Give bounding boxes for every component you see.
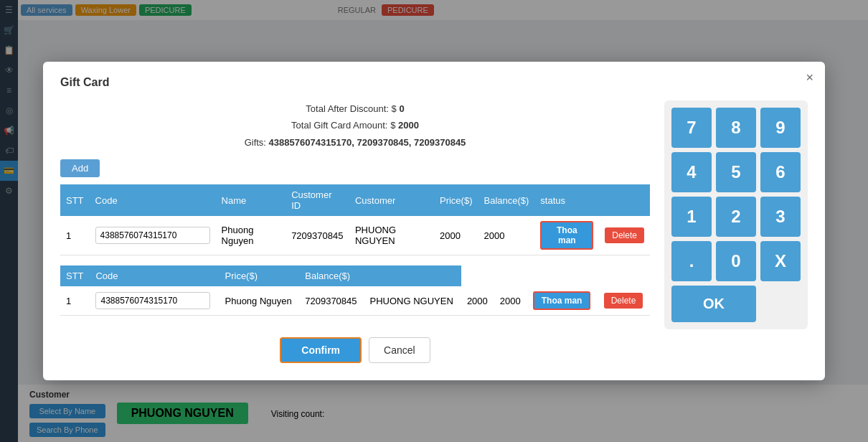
cell-balance: 2000 [478,216,534,255]
col-name-1: Name [216,184,286,216]
col-customer-1: Customer [349,184,434,216]
status-button-2[interactable]: Thoa man [533,291,591,310]
col-price-1: Price($) [434,184,478,216]
col2-actions [364,265,461,286]
col2-balance: Balance($) [299,265,364,286]
add-gift-card-button[interactable]: Add [60,159,100,177]
numpad-5[interactable]: 5 [716,152,756,192]
cell2-customer-id: 7209370845 [299,286,364,316]
modal-body: Total After Discount: $ 0 Total Gift Car… [60,100,808,363]
cell2-price: 2000 [461,286,494,316]
modal-title: Gift Card [60,76,808,89]
gift-card-modal: Gift Card × Total After Discount: $ 0 To… [43,62,825,380]
cell-customer: PHUONG NGUYEN [349,216,434,255]
modal-left-panel: Total After Discount: $ 0 Total Gift Car… [60,100,650,363]
col2-price: Price($) [220,265,300,286]
status-button-1[interactable]: Thoa man [540,221,593,250]
total-after-discount-row: Total After Discount: $ 0 [60,100,650,117]
cell2-delete: Delete [598,286,650,316]
cell-stt: 1 [60,216,90,255]
table-row: 1 Phuong Nguyen 7209370845 PHUONG NGUYEN… [60,216,650,255]
code-input-1[interactable] [95,227,210,244]
gift-card-table-1: STT Code Name Customer ID Customer Price… [60,184,650,255]
numpad-9[interactable]: 9 [760,108,801,148]
confirm-button[interactable]: Confirm [280,337,362,363]
delete-button-1[interactable]: Delete [605,227,644,243]
cell2-balance: 2000 [494,286,527,316]
gifts-codes-row: Gifts: 4388576074315170, 7209370845, 720… [60,134,650,151]
cell-name: Phuong Nguyen [216,216,286,255]
col-stt-1: STT [60,184,90,216]
numpad-4[interactable]: 4 [671,152,712,192]
modal-close-button[interactable]: × [806,70,813,85]
col2-stt: STT [60,265,90,286]
cancel-button[interactable]: Cancel [369,337,430,363]
delete-button-2[interactable]: Delete [604,293,643,309]
cell-status: Thoa man [534,216,599,255]
cell2-code [90,286,219,316]
numpad-ok[interactable]: OK [671,286,756,322]
modal-footer: Confirm Cancel [60,337,650,363]
numpad-0[interactable]: 0 [716,241,756,281]
cell2-stt: 1 [60,286,90,316]
cell2-name: Phuong Nguyen [220,286,300,316]
col-status-1: status [534,184,599,216]
gift-card-table-2: STT Code Price($) Balance($) 1 [60,265,650,316]
cell2-status: Thoa man [527,286,598,316]
cell2-customer: PHUONG NGUYEN [364,286,461,316]
col-code-1: Code [90,184,216,216]
col-balance-1: Balance($) [478,184,534,216]
numpad: 7 8 9 4 5 6 1 2 3 . 0 X OK [664,100,808,329]
numpad-8[interactable]: 8 [716,108,756,148]
numpad-1[interactable]: 1 [671,197,712,237]
code-input-2[interactable] [95,292,210,309]
total-gift-row: Total Gift Card Amount: $ 2000 [60,117,650,133]
summary-section: Total After Discount: $ 0 Total Gift Car… [60,100,650,151]
numpad-7[interactable]: 7 [671,108,712,148]
numpad-dot[interactable]: . [671,241,712,281]
col-actions-1 [599,184,650,216]
numpad-3[interactable]: 3 [760,197,801,237]
cell-customer-id: 7209370845 [286,216,349,255]
cell-code [90,216,216,255]
col-customer-id-1: Customer ID [286,184,349,216]
modal-backdrop: Gift Card × Total After Discount: $ 0 To… [0,0,868,442]
numpad-2[interactable]: 2 [716,197,756,237]
cell-price: 2000 [434,216,478,255]
numpad-6[interactable]: 6 [760,152,801,192]
table-row: 1 Phuong Nguyen 7209370845 PHUONG NGUYEN… [60,286,650,316]
cell-delete: Delete [599,216,650,255]
col2-code: Code [90,265,219,286]
numpad-x[interactable]: X [760,241,801,281]
